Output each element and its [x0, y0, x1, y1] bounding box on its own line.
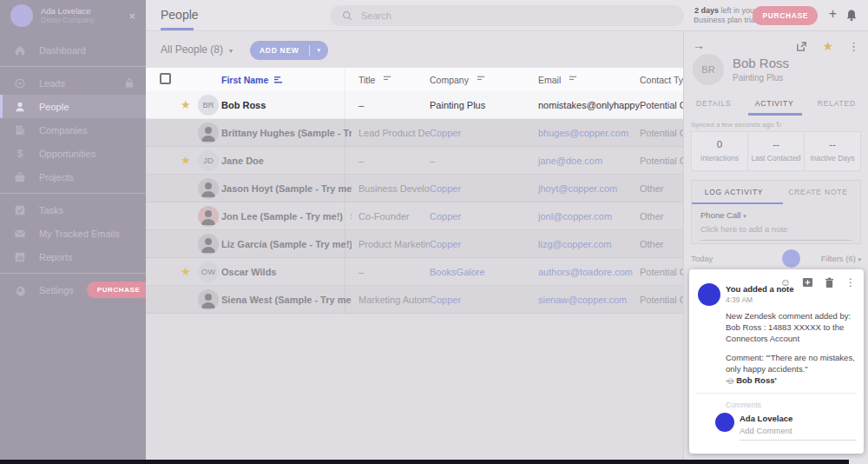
- sidebar-item-leads[interactable]: Leads: [0, 71, 146, 95]
- person-email-link[interactable]: jhoyt@copper.com: [538, 183, 617, 194]
- sidebar-item-reports[interactable]: Reports: [0, 245, 146, 268]
- column-header-company[interactable]: Company: [430, 75, 469, 85]
- trash-icon[interactable]: [825, 277, 834, 288]
- activity-stats: 0Interactions --Last Contacted --Inactiv…: [691, 131, 861, 171]
- column-header-title[interactable]: Title: [358, 75, 375, 85]
- active-tab-underline: [748, 113, 802, 116]
- sidebar-item-settings[interactable]: Settings PURCHASE: [0, 278, 146, 302]
- person-name: Oscar Wilds: [221, 267, 276, 277]
- sort-icon[interactable]: [273, 76, 283, 84]
- briefcase-icon: [14, 171, 26, 183]
- favorite-star-icon[interactable]: ★: [181, 265, 191, 278]
- detail-panel: → ★ ⋮ BR Bob Ross Painting Plus DETAILS …: [683, 31, 868, 464]
- home-icon: [14, 44, 26, 56]
- tab-create-note[interactable]: CREATE NOTE: [776, 188, 860, 196]
- favorite-star-icon[interactable]: ★: [181, 98, 191, 111]
- person-name: Liz García (Sample - Try me!): [221, 239, 352, 249]
- person-company-link[interactable]: BooksGalore: [430, 267, 485, 277]
- sidebar-item-opportunities[interactable]: $ Opportunities: [0, 142, 146, 165]
- filter-avatar[interactable]: [782, 249, 800, 268]
- table-row[interactable]: ★ JD Jane Doe – – jane@doe.com Potential…: [146, 147, 683, 175]
- column-header-email[interactable]: Email: [538, 75, 561, 85]
- sidebar-purchase-button[interactable]: PURCHASE: [87, 282, 146, 298]
- note-author-avatar: [698, 283, 720, 306]
- add-note-input[interactable]: Click here to add a note: [700, 224, 852, 241]
- person-company-link[interactable]: Copper: [430, 295, 461, 305]
- refresh-icon[interactable]: ↻: [776, 121, 782, 129]
- sidebar-item-tasks[interactable]: Tasks: [0, 198, 146, 222]
- person-company-link[interactable]: Copper: [430, 211, 461, 222]
- note-timestamp: 4:39 AM: [726, 295, 753, 304]
- kebab-menu-icon[interactable]: ⋮: [848, 40, 859, 53]
- add-comment-input[interactable]: Add Comment: [740, 426, 857, 441]
- list-toolbar: All People (8)▾ ADD NEW ▾: [146, 32, 683, 68]
- stat-interactions: 0Interactions: [692, 132, 748, 170]
- note-body: New Zendesk comment added by: Bob Ross :…: [726, 310, 857, 386]
- table-row[interactable]: ★ OW Oscar Wilds – BooksGalore authors@t…: [146, 258, 683, 286]
- sidebar-item-tracked-emails[interactable]: My Tracked Emails: [0, 222, 146, 245]
- sidebar-item-dashboard[interactable]: Dashboard: [0, 38, 146, 62]
- add-icon[interactable]: +: [829, 6, 837, 22]
- user-avatar[interactable]: [10, 4, 33, 27]
- bell-icon[interactable]: [845, 9, 858, 22]
- add-new-button[interactable]: ADD NEW ▾: [250, 41, 328, 60]
- person-email-link[interactable]: jonl@copper.com: [538, 211, 612, 222]
- open-in-new-icon[interactable]: [796, 41, 807, 52]
- frozen-column-divider: [345, 68, 345, 314]
- sidebar-item-label: Opportunities: [39, 149, 95, 159]
- chevron-down-icon: ▾: [743, 213, 746, 219]
- table-row[interactable]: Liz García (Sample - Try me!) Product Ma…: [146, 230, 683, 258]
- avatar: OW: [198, 262, 219, 282]
- person-email-link[interactable]: jane@doe.com: [538, 156, 602, 166]
- person-company-link[interactable]: Copper: [430, 128, 461, 138]
- contact-avatar: BR: [693, 54, 724, 85]
- sidebar-item-companies[interactable]: Companies: [0, 118, 146, 142]
- table-row[interactable]: Jon Lee (Sample - Try me!)$ Co-Founder C…: [146, 202, 683, 230]
- divider: [0, 193, 146, 194]
- table-row-bob-ross[interactable]: ★ BR Bob Ross – Painting Plus nomistakes…: [146, 91, 683, 119]
- tab-log-activity[interactable]: LOG ACTIVITY: [692, 188, 776, 196]
- sidebar-item-people[interactable]: People: [0, 95, 146, 118]
- tab-activity[interactable]: ACTIVITY: [755, 99, 794, 108]
- select-all-checkbox[interactable]: [160, 73, 171, 84]
- sort-icon[interactable]: [569, 75, 578, 83]
- person-email-link[interactable]: sienaw@copper.com: [538, 295, 627, 305]
- column-header-first-name[interactable]: First Name: [221, 75, 268, 85]
- bottom-edge-bar: [0, 460, 849, 464]
- person-email-link[interactable]: lizg@copper.com: [538, 239, 612, 249]
- filters-dropdown[interactable]: Filters (6) ▾: [821, 254, 861, 263]
- person-contact-type: Potential Customer: [640, 156, 683, 166]
- column-header-contact-type[interactable]: Contact Type: [640, 75, 683, 85]
- person-email-link[interactable]: bhuges@copper.com: [538, 128, 628, 138]
- favorite-star-icon[interactable]: ★: [822, 39, 833, 53]
- stat-last-contacted: --Last Contacted: [748, 132, 805, 170]
- add-reaction-icon[interactable]: ☺+: [726, 375, 740, 386]
- person-company-link[interactable]: Copper: [430, 183, 461, 194]
- person-contact-type: Potential Customer: [640, 100, 683, 110]
- search-input[interactable]: Search: [330, 5, 684, 26]
- table-row[interactable]: Brittany Hughes (Sample - Try me!) ... L…: [146, 119, 683, 147]
- tab-details[interactable]: DETAILS: [696, 99, 731, 108]
- table-row[interactable]: Jason Hoyt (Sample - Try me!) Business D…: [146, 175, 683, 202]
- sort-icon[interactable]: [383, 75, 392, 83]
- kebab-menu-icon[interactable]: ⋮: [845, 276, 856, 288]
- sidebar-item-label: My Tracked Emails: [39, 229, 120, 239]
- table-row[interactable]: Siena West (Sample - Try me!)$ Marketing…: [146, 286, 683, 314]
- close-icon[interactable]: ×: [128, 10, 135, 23]
- add-image-icon[interactable]: [802, 277, 813, 288]
- activity-type-dropdown[interactable]: Phone Call ▾: [700, 210, 746, 220]
- target-icon: [14, 77, 26, 89]
- favorite-star-icon[interactable]: ★: [181, 154, 191, 167]
- purchase-button[interactable]: PURCHASE: [753, 6, 818, 25]
- person-email-link[interactable]: authors@toadore.com: [538, 267, 633, 277]
- collapse-panel-arrow-icon[interactable]: →: [693, 38, 705, 52]
- dollar-icon: $: [14, 148, 26, 160]
- avatar: [198, 123, 219, 143]
- tab-related[interactable]: RELATED: [818, 99, 856, 108]
- sort-icon[interactable]: [477, 75, 486, 83]
- person-title: –: [358, 267, 364, 277]
- bar-chart-icon: [14, 251, 26, 263]
- sidebar-item-projects[interactable]: Projects: [0, 165, 146, 189]
- list-filter-dropdown[interactable]: All People (8)▾: [161, 43, 233, 56]
- person-company-link[interactable]: Copper: [430, 239, 461, 249]
